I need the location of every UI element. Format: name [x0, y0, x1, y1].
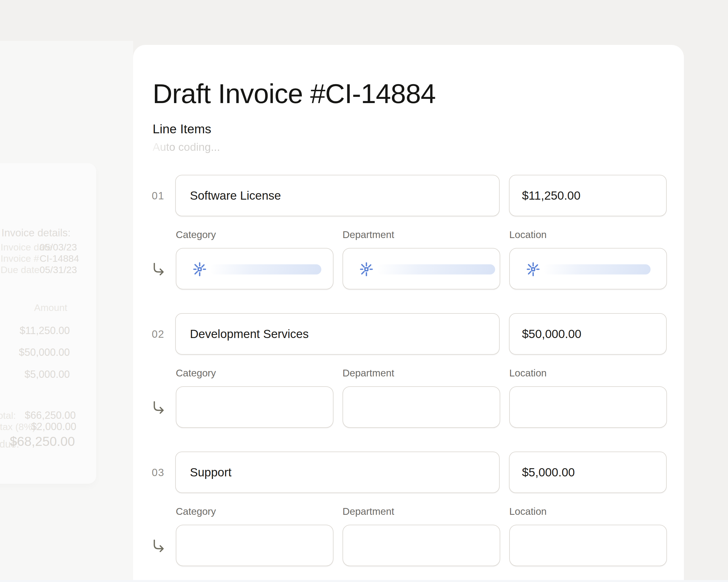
ai-sparkle-icon [359, 262, 374, 277]
amount-input-1[interactable] [509, 175, 667, 216]
amount-column-header: Amount [11, 302, 67, 313]
draft-invoice-card: Draft Invoice #CI-14884 Line Items Auto … [133, 45, 684, 582]
invoice-number-label: Invoice # [1, 253, 39, 264]
loading-shimmer [376, 264, 495, 275]
due-date-label: Due date [1, 264, 40, 275]
location-select-2[interactable] [509, 386, 667, 428]
line-item-number: 01 [152, 190, 172, 202]
department-label-1: Department [342, 229, 394, 240]
location-label-1: Location [509, 229, 547, 240]
amount-input-3[interactable] [509, 451, 667, 493]
category-select-1[interactable] [176, 248, 334, 289]
department-label-2: Department [342, 367, 394, 379]
description-input-3[interactable] [175, 451, 500, 493]
line-item-number: 02 [152, 328, 172, 340]
total-due-value: $68,250.00 [4, 434, 75, 449]
location-select-3[interactable] [509, 525, 667, 566]
invoice-details-heading: Invoice details: [1, 227, 71, 239]
ai-sparkle-icon [192, 262, 207, 277]
bg-amount-1: $11,250.00 [13, 325, 70, 337]
ai-sparkle-icon [526, 262, 541, 277]
line-item-number: 03 [152, 467, 172, 479]
sales-tax-value: $2,000.00 [20, 421, 76, 433]
category-label-2: Category [176, 367, 216, 379]
bottom-edge-strip [0, 580, 728, 582]
department-label-3: Department [342, 506, 394, 517]
description-input-1[interactable] [175, 175, 500, 216]
location-label-2: Location [509, 367, 547, 379]
location-label-3: Location [509, 506, 547, 517]
category-label-1: Category [176, 229, 216, 240]
department-select-1[interactable] [342, 248, 500, 289]
location-select-1[interactable] [509, 248, 667, 289]
bg-amount-3: $5,000.00 [13, 368, 70, 380]
line-items-heading: Line Items [153, 122, 211, 136]
page-title: Draft Invoice #CI-14884 [153, 77, 436, 111]
subrow-arrow-icon [152, 263, 165, 275]
subtotal-value: $66,250.00 [19, 410, 76, 421]
category-select-3[interactable] [176, 525, 334, 566]
invoice-date-value: 05/03/23 [40, 242, 76, 253]
department-select-2[interactable] [342, 386, 500, 428]
bg-amount-2: $50,000.00 [13, 347, 70, 358]
background-invoice-panel: Invoice details: Invoice date 05/03/23 I… [0, 163, 96, 484]
category-label-3: Category [176, 506, 216, 517]
due-date-value: 05/31/23 [40, 264, 76, 275]
auto-coding-status: Auto coding... [153, 141, 220, 153]
amount-input-2[interactable] [509, 313, 667, 355]
category-select-2[interactable] [176, 386, 334, 428]
description-input-2[interactable] [175, 313, 500, 355]
subtotal-label: Subtotal: [0, 410, 16, 421]
department-select-3[interactable] [342, 525, 500, 566]
invoice-number-value: CI-14884 [40, 253, 76, 264]
loading-shimmer [543, 264, 651, 275]
subrow-arrow-icon [152, 401, 165, 414]
subrow-arrow-icon [152, 539, 165, 552]
loading-shimmer [210, 264, 321, 275]
